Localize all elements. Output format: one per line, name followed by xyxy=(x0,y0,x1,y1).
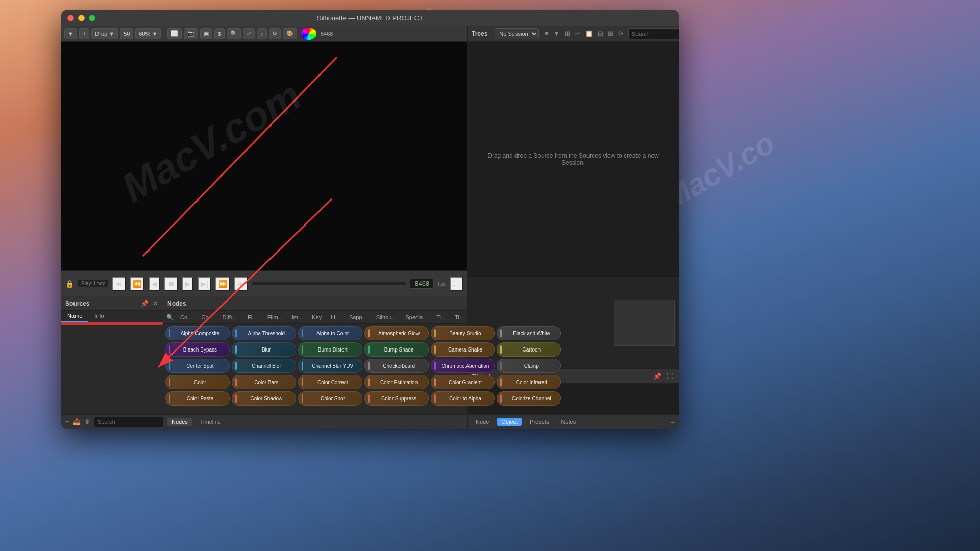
nodes-tab-im[interactable]: Im... xyxy=(288,313,307,321)
trees-tool-3[interactable]: ⊞ xyxy=(563,29,572,38)
node-btn-bump-shade[interactable]: Bump Shade xyxy=(364,342,429,357)
object-pin-btn[interactable]: 📌 xyxy=(652,371,663,381)
node-btn-color[interactable]: Color xyxy=(165,375,230,389)
sources-pin-icon[interactable]: 📌 xyxy=(140,299,150,308)
node-btn-bleach-bypass[interactable]: Bleach Bypass xyxy=(165,342,230,357)
trees-tool-4[interactable]: ✂ xyxy=(573,29,582,38)
trees-tool-5[interactable]: 📋 xyxy=(583,29,595,38)
toolbar-icon-4[interactable]: $ xyxy=(214,28,225,39)
node-btn-cartoon[interactable]: Cartoon xyxy=(497,342,561,357)
trees-tool-6[interactable]: ⊟ xyxy=(596,29,605,38)
node-btn-checkerboard[interactable]: Checkerboard xyxy=(364,359,429,373)
trees-search-input[interactable] xyxy=(628,28,679,39)
obj-tab-node[interactable]: Node xyxy=(472,418,493,426)
node-btn-beauty-studio[interactable]: Beauty Studio xyxy=(431,326,495,340)
timeline-scrubber[interactable] xyxy=(252,282,406,285)
toolbar-zoom-btn[interactable]: 60% ▼ xyxy=(135,28,161,39)
obj-tab-object[interactable]: Object xyxy=(497,418,522,426)
node-btn-alpha-threshold[interactable]: Alpha Threshold xyxy=(232,326,296,340)
node-btn-color-estimation[interactable]: Color Estimation xyxy=(364,375,429,389)
nodes-tab-key[interactable]: Key xyxy=(308,313,326,321)
node-btn-color-bars[interactable]: Color Bars xyxy=(232,375,296,389)
toolbar-fps-btn[interactable]: 50 xyxy=(120,28,133,39)
node-btn-color-gradient[interactable]: Color Gradient xyxy=(431,375,495,389)
nodes-footer-tab-nodes[interactable]: Nodes xyxy=(167,418,192,426)
node-btn-atmospheric-glow[interactable]: Atmospheric Glow xyxy=(364,326,429,340)
nodes-tab-ti2[interactable]: Ti... xyxy=(451,313,468,321)
expand-button[interactable]: ⛶ xyxy=(450,277,463,291)
nodes-tab-silhou[interactable]: Silhou... xyxy=(372,313,401,321)
nodes-tab-co2[interactable]: Co... xyxy=(197,313,217,321)
nodes-tab-fil[interactable]: Fil... xyxy=(243,313,262,321)
next-frame-button[interactable]: ⏩ xyxy=(215,277,230,291)
node-btn-blur[interactable]: Blur xyxy=(232,342,296,357)
sources-tab-name[interactable]: Name xyxy=(61,311,88,322)
node-btn-color-spot[interactable]: Color Spot xyxy=(298,391,362,406)
toolbar-icon-9[interactable]: 🎨 xyxy=(283,28,297,39)
trees-tool-7[interactable]: ⊞ xyxy=(606,29,615,38)
node-btn-camera-shake[interactable]: Camera Shake xyxy=(431,342,495,357)
node-btn-clamp[interactable]: Clamp xyxy=(497,359,561,373)
nodes-tab-sapp[interactable]: Sapp... xyxy=(345,313,371,321)
close-button[interactable] xyxy=(67,15,74,21)
toolbar-dropdown-1[interactable]: ▼ xyxy=(64,28,77,39)
trees-tool-8[interactable]: ⟳ xyxy=(617,29,625,38)
node-label: Center Spot xyxy=(186,363,213,369)
node-btn-color-paste[interactable]: Color Paste xyxy=(165,391,230,406)
toolbar-drop-btn[interactable]: Drop ▼ xyxy=(91,28,118,39)
prev-frame-button[interactable]: ⏪ xyxy=(130,277,144,291)
nodes-tab-specia[interactable]: Specia... xyxy=(402,313,432,321)
sources-close-icon[interactable]: ✕ xyxy=(152,299,159,308)
nodes-tab-film[interactable]: Film... xyxy=(263,313,287,321)
toolbar-icon-1[interactable]: ⬜ xyxy=(167,28,182,39)
toolbar-add-btn[interactable]: + xyxy=(79,28,89,39)
stop-button[interactable]: ⏹ xyxy=(164,277,178,291)
nodes-tab-diffu[interactable]: Diffu... xyxy=(218,313,242,321)
toolbar-icon-6[interactable]: ⤢ xyxy=(243,28,255,39)
sources-import-icon[interactable]: 📥 xyxy=(72,417,82,427)
sources-delete-icon[interactable]: 🗑 xyxy=(84,417,92,427)
obj-tab-presets[interactable]: Presets xyxy=(526,418,553,426)
sources-tab-info[interactable]: Info xyxy=(88,311,110,322)
step-back-button[interactable]: ◀ xyxy=(149,277,160,291)
sources-add-icon[interactable]: + xyxy=(64,417,70,427)
go-end-button[interactable]: ⏭ xyxy=(234,277,248,291)
obj-tab-notes[interactable]: Notes xyxy=(557,418,580,426)
node-btn-alpha-to-color[interactable]: Alpha to Color xyxy=(298,326,362,340)
trees-tool-2[interactable]: ▼ xyxy=(552,29,561,38)
node-btn-alpha-composite[interactable]: Alpha Composite xyxy=(165,326,230,340)
nodes-tab-co1[interactable]: Co... xyxy=(176,313,196,321)
toolbar-icon-2[interactable]: 📷 xyxy=(184,28,198,39)
node-btn-colorize-channel[interactable]: Colorize Channel xyxy=(497,391,561,406)
toolbar-icon-8[interactable]: ⟳ xyxy=(269,28,281,39)
object-expand-btn[interactable]: ⛶ xyxy=(665,371,675,381)
nodes-search-icon[interactable]: 🔍 xyxy=(165,313,175,322)
sources-search-input[interactable] xyxy=(94,417,172,427)
maximize-button[interactable] xyxy=(89,15,95,21)
step-forward-button[interactable]: ▶| xyxy=(198,277,211,291)
node-btn-color-suppress[interactable]: Color Suppress xyxy=(364,391,429,406)
viewer[interactable]: MacV.com xyxy=(61,42,467,270)
toolbar-icon-3[interactable]: ▣ xyxy=(200,28,212,39)
node-btn-color-to-alpha[interactable]: Color to Alpha xyxy=(431,391,495,406)
node-btn-center-spot[interactable]: Center Spot xyxy=(165,359,230,373)
session-selector[interactable]: No Session xyxy=(495,28,539,39)
play-button[interactable]: ▶ xyxy=(182,277,193,291)
nodes-footer-tab-timeline[interactable]: Timeline xyxy=(196,418,225,426)
node-btn-black-and-white[interactable]: Black and White xyxy=(497,326,561,340)
toolbar-icon-5[interactable]: 🔍 xyxy=(227,28,241,39)
nodes-tab-ti1[interactable]: Ti... xyxy=(432,313,450,321)
node-label: Alpha to Color xyxy=(316,331,349,336)
node-btn-bump-distort[interactable]: Bump Distort xyxy=(298,342,362,357)
nodes-tab-li[interactable]: Li... xyxy=(327,313,344,321)
toolbar-icon-7[interactable]: ↕ xyxy=(257,28,267,39)
node-btn-color-shadow[interactable]: Color Shadow xyxy=(232,391,296,406)
node-btn-channel-blur[interactable]: Channel Blur xyxy=(232,359,296,373)
node-btn-channel-blur-yuv[interactable]: Channel Blur YUV xyxy=(298,359,362,373)
trees-tool-1[interactable]: ≡ xyxy=(543,29,550,38)
node-btn-chromatic-aberration[interactable]: Chromatic Aberration xyxy=(431,359,495,373)
node-btn-color-correct[interactable]: Color Correct xyxy=(298,375,362,389)
node-btn-color-infrared[interactable]: Color Infrared xyxy=(497,375,561,389)
minimize-button[interactable] xyxy=(78,15,85,21)
go-start-button[interactable]: ⏮ xyxy=(112,277,126,291)
